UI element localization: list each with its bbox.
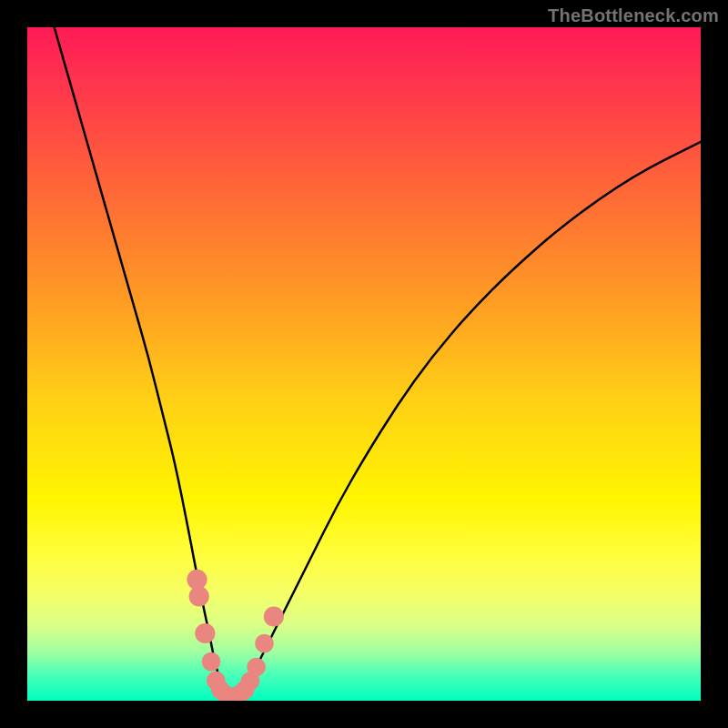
data-marker: [247, 658, 266, 677]
data-marker: [195, 623, 215, 643]
chart-frame: TheBottleneck.com: [0, 0, 728, 728]
data-marker: [264, 606, 284, 626]
data-marker: [255, 634, 274, 653]
marker-group: [187, 570, 284, 701]
bottleneck-curve: [55, 27, 701, 697]
watermark-label: TheBottleneck.com: [548, 5, 719, 26]
plot-area: [27, 27, 701, 701]
data-marker: [189, 586, 209, 606]
data-marker: [202, 652, 221, 672]
chart-svg: [27, 27, 701, 701]
